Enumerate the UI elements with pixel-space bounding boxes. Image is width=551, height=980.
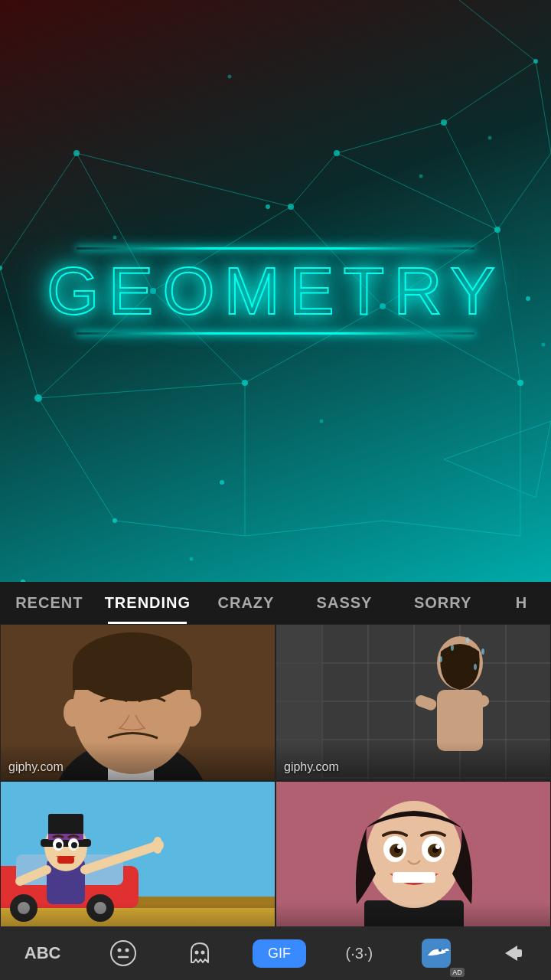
svg-line-29 <box>459 0 536 61</box>
svg-point-49 <box>113 236 117 240</box>
svg-point-126 <box>201 951 204 955</box>
back-icon <box>499 939 527 967</box>
svg-point-36 <box>73 150 80 156</box>
tab-sassy[interactable]: SASSY <box>295 582 394 624</box>
tab-trending[interactable]: TRENDING <box>99 582 197 624</box>
svg-point-102 <box>71 842 77 848</box>
svg-point-121 <box>111 941 135 965</box>
svg-point-32 <box>288 204 294 210</box>
svg-line-12 <box>337 153 497 230</box>
svg-point-53 <box>542 343 546 347</box>
svg-line-27 <box>536 61 551 153</box>
svg-line-2 <box>38 383 245 398</box>
svg-point-80 <box>451 645 454 651</box>
gif-button[interactable]: GIF <box>253 939 306 968</box>
dolphin-button[interactable]: AD <box>412 933 460 974</box>
svg-line-20 <box>245 521 383 536</box>
gif-item-1[interactable]: giphy.com <box>0 624 276 781</box>
svg-point-62 <box>64 699 82 727</box>
svg-point-83 <box>439 656 442 662</box>
svg-rect-103 <box>57 856 74 864</box>
svg-point-44 <box>0 266 2 270</box>
svg-point-82 <box>481 648 484 655</box>
svg-line-10 <box>337 122 444 153</box>
svg-line-14 <box>77 153 291 207</box>
tab-crazy[interactable]: CRAZY <box>197 582 295 624</box>
abc-button[interactable]: ABC <box>15 937 70 969</box>
svg-point-38 <box>112 518 117 523</box>
svg-rect-97 <box>41 839 91 847</box>
tab-bar: RECENT TRENDING CRAZY SASSY SORRY H <box>0 582 551 624</box>
kaomoji-symbol: (·3·) <box>346 945 373 962</box>
svg-point-101 <box>56 842 62 848</box>
tab-h[interactable]: H <box>492 582 551 624</box>
emoji-button[interactable] <box>100 933 146 973</box>
svg-line-24 <box>536 421 551 498</box>
svg-point-40 <box>533 59 538 64</box>
svg-rect-106 <box>154 837 161 854</box>
tab-sorry[interactable]: SORRY <box>393 582 492 624</box>
gif-watermark-2: giphy.com <box>284 760 339 774</box>
svg-point-123 <box>125 949 129 952</box>
svg-line-26 <box>444 61 536 122</box>
svg-point-47 <box>228 75 232 79</box>
svg-point-52 <box>190 557 194 561</box>
svg-point-81 <box>466 637 469 643</box>
svg-rect-120 <box>393 872 435 883</box>
svg-point-35 <box>334 150 340 156</box>
gif-watermark-1: giphy.com <box>8 760 64 774</box>
svg-point-37 <box>34 394 42 402</box>
svg-rect-61 <box>73 667 192 690</box>
svg-point-128 <box>439 949 442 952</box>
ghost-icon <box>186 939 214 967</box>
dolphin-icon <box>422 939 451 968</box>
svg-line-11 <box>291 153 337 207</box>
gif-item-4[interactable] <box>276 781 551 942</box>
svg-point-51 <box>488 136 492 140</box>
svg-line-28 <box>497 153 551 230</box>
back-button[interactable] <box>490 933 536 973</box>
svg-point-118 <box>397 844 402 849</box>
emoji-icon <box>109 939 137 967</box>
svg-point-34 <box>494 227 500 233</box>
svg-line-25 <box>444 421 551 459</box>
geometry-title: GEOMETRY <box>47 257 504 325</box>
svg-point-31 <box>242 380 248 386</box>
top-line <box>77 247 474 250</box>
gif-item-3[interactable] <box>0 781 276 942</box>
svg-point-41 <box>517 380 523 386</box>
bottom-line <box>77 332 474 335</box>
svg-point-42 <box>266 204 270 209</box>
svg-point-111 <box>367 801 461 908</box>
svg-point-122 <box>117 949 121 952</box>
gif-preview: GEOMETRY <box>0 0 551 582</box>
geometry-text-container: GEOMETRY <box>47 240 504 342</box>
tab-recent[interactable]: RECENT <box>0 582 99 624</box>
svg-point-43 <box>220 480 224 485</box>
keyboard-bar: ABC GIF (·3·) AD <box>0 926 551 980</box>
svg-line-18 <box>115 521 245 536</box>
svg-point-84 <box>474 664 477 670</box>
ad-badge: AD <box>450 968 465 977</box>
kaomoji-button[interactable]: (·3·) <box>337 939 383 969</box>
svg-line-21 <box>383 521 520 536</box>
gif-grid: giphy.com <box>0 624 551 942</box>
svg-line-16 <box>0 268 38 398</box>
svg-point-50 <box>320 420 324 423</box>
svg-point-48 <box>419 175 423 178</box>
svg-point-39 <box>441 119 447 126</box>
ghost-button[interactable] <box>177 933 223 973</box>
gif-item-2[interactable]: giphy.com <box>276 624 551 781</box>
svg-point-63 <box>183 699 201 727</box>
svg-line-17 <box>38 398 115 521</box>
svg-rect-129 <box>516 949 522 957</box>
svg-point-125 <box>194 951 198 955</box>
svg-point-45 <box>526 296 530 301</box>
svg-point-119 <box>435 844 440 849</box>
svg-line-23 <box>444 459 536 498</box>
